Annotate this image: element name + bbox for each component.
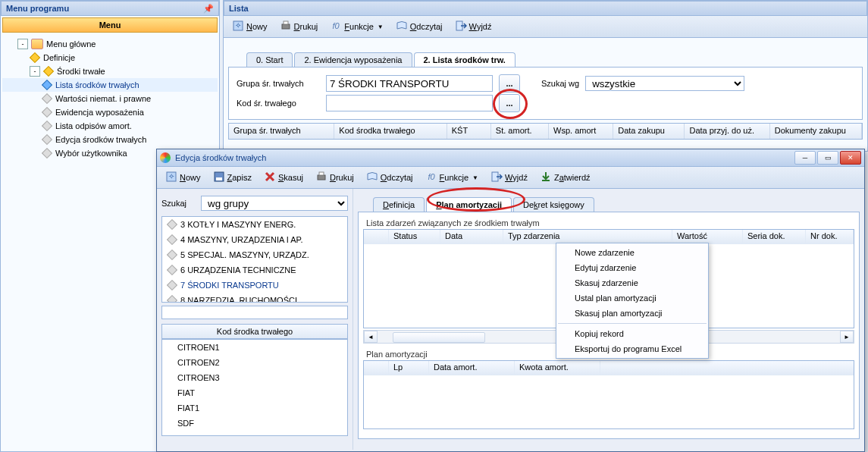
tree-item[interactable]: Edycja środków trwałych [2,133,218,146]
minimize-button[interactable]: ─ [794,151,816,165]
list-item[interactable]: 6 URZĄDZENIA TECHNICZNE [162,262,347,278]
menu-item[interactable]: Edytuj zdarzenie [556,260,708,275]
tree-item[interactable]: Ewidencja wyposażenia [2,105,218,119]
tree-item[interactable]: -Menu główne [2,37,218,51]
toolbar-label: Funkcje [344,22,374,31]
group-list[interactable]: 3 KOTŁY I MASZYNY ENERG.4 MASZYNY, URZĄD… [161,216,348,303]
zatwierdz-button[interactable]: Zatwierdź [534,168,596,187]
scroll-left-icon[interactable]: ◄ [364,331,378,343]
zapisz-button[interactable]: Zapisz [208,168,257,187]
menu-item[interactable]: Skasuj zdarzenie [556,275,708,290]
toolbar-label: Funkcje [440,173,469,182]
grp-input[interactable] [326,75,493,92]
expand-icon[interactable]: - [17,39,28,49]
diamond-icon [30,52,40,63]
group-filter-input[interactable] [161,306,348,319]
tree-item[interactable]: Wartości niemat. i prawne [2,92,218,105]
column-header[interactable]: Lp [389,361,429,375]
column-header[interactable]: Grupa śr. trwałych [229,124,334,139]
tab[interactable]: 2. Ewidencja wyposażenia [294,52,412,67]
column-header[interactable]: Kwota amort. [515,361,600,375]
maximize-button[interactable]: ▭ [817,151,838,165]
tab[interactable]: Plan amortyzacji [426,197,512,212]
menu-item[interactable]: Nowe zdarzenie [556,245,708,260]
column-header[interactable]: Data przyj. do uż. [685,124,769,139]
menu-item[interactable]: Ustal plan amortyzacji [556,290,708,306]
skasuj-button[interactable]: Skasuj [259,168,309,187]
toolbar-label: Nowy [180,173,201,182]
dialog-right-pane: DefinicjaPlan amortyzacjiDekret księgowy… [353,189,864,450]
column-header[interactable]: Nr dok. [806,230,854,243]
tree-item[interactable]: Lista środków trwałych [2,78,218,92]
dialog-title-text: Edycja środków trwałych [175,153,793,162]
tree-item[interactable]: Lista odpisów amort. [2,119,218,133]
plan-grid[interactable]: LpData amort.Kwota amort. [363,360,854,429]
column-header[interactable]: Kod środka trwałego [334,124,447,139]
column-header[interactable]: Seria dok. [743,230,806,243]
list-item[interactable]: 3 KOTŁY I MASZYNY ENERG. [162,217,347,232]
dialog-toolbar: ✧NowyZapiszSkasujDrukujOdczytajf0Funkcje… [157,167,864,189]
nowy-icon: ✧ [165,171,177,184]
column-header[interactable]: KŚT [447,124,491,139]
nowy-button[interactable]: ✧Nowy [227,17,273,36]
szukaj-select[interactable]: wszystkie [585,76,744,91]
menu-item[interactable]: Kopiuj rekord [556,326,708,341]
column-header[interactable]: Wartość [672,230,743,243]
list-item[interactable]: 8 NARZĘDZIA, RUCHOMOŚCI [162,293,347,303]
list-item[interactable]: CITROEN3 [173,370,347,385]
grp-lookup-button[interactable]: ... [499,74,520,93]
odczytaj-button[interactable]: Odczytaj [361,168,418,187]
menu-item[interactable]: Eksportuj do programu Excel [556,341,708,356]
scroll-right-icon[interactable]: ► [840,331,854,343]
column-header[interactable] [364,230,389,243]
column-header[interactable]: St. amort. [491,124,549,139]
list-item[interactable]: CITROEN1 [173,340,347,355]
dialog-titlebar[interactable]: Edycja środków trwałych ─ ▭ ✕ [157,149,864,167]
list-item[interactable]: SDF [173,416,347,431]
funkcje-button[interactable]: f0Funkcje▼ [324,17,388,36]
menu-item[interactable]: Skasuj plan amortyzacji [556,306,708,321]
list-item[interactable]: CITROEN2 [173,355,347,370]
tab[interactable]: 0. Start [246,52,293,67]
tree-item-label: Lista środków trwałych [55,80,139,89]
kod-list[interactable]: CITROEN1CITROEN2CITROEN3FIATFIAT1SDF▶VW … [161,339,348,436]
column-header[interactable]: Wsp. amort [549,124,613,139]
tab[interactable]: 2. Lista środków trw. [414,52,515,67]
list-item-label: 6 URZĄDZENIA TECHNICZNE [180,265,296,275]
kod-lookup-button[interactable]: ... [499,94,520,112]
drukuj-button[interactable]: Drukuj [310,168,359,187]
wyjdz-button[interactable]: Wyjdź [450,17,497,36]
column-header[interactable]: Status [389,230,440,243]
szukaj2-label: Szukaj [161,199,195,208]
list-item[interactable]: FIAT [173,385,347,400]
list-item[interactable]: 7 ŚRODKI TRANSPORTU [162,278,347,293]
tree-item[interactable]: -Środki trwałe [2,64,218,78]
column-header[interactable]: Data zakupu [613,124,685,139]
column-header[interactable]: Dokumenty zakupu [770,124,862,139]
tab[interactable]: Definicja [373,197,425,212]
expand-icon[interactable]: - [30,66,40,77]
scroll-thumb[interactable] [393,332,485,343]
drukuj-button[interactable]: Drukuj [274,17,324,36]
kod-input[interactable] [326,95,493,111]
close-button[interactable]: ✕ [840,151,861,165]
funkcje-button[interactable]: f0Funkcje▼ [420,168,484,187]
column-header[interactable]: Data [440,230,503,243]
list-item[interactable]: FIAT1 [173,400,347,416]
list-item[interactable]: 5 SPECJAL. MASZYNY, URZĄDZ. [162,247,347,262]
nowy-button[interactable]: ✧Nowy [160,168,206,187]
tab[interactable]: Dekret księgowy [513,197,594,212]
pin-icon[interactable]: 📌 [203,2,214,15]
column-header[interactable]: Typ zdarzenia [503,230,672,243]
column-header[interactable]: Data amort. [429,361,515,375]
list-item[interactable]: ▶VW GOLF IV 1.9TDI 110KM [173,431,347,436]
toolbar-label: Wyjdź [505,173,528,182]
list-item[interactable]: 4 MASZYNY, URZĄDZENIA I AP. [162,232,347,247]
tree-item[interactable]: Definicje [2,51,218,64]
tree-item-label: Ewidencja wyposażenia [55,108,144,117]
column-header[interactable] [364,361,389,375]
wyjdz-button[interactable]: Wyjdź [485,168,533,187]
odczytaj-button[interactable]: Odczytaj [390,17,448,36]
szukaj2-select[interactable]: wg grupy [201,196,348,211]
menu-bar[interactable]: Menu [2,17,218,33]
